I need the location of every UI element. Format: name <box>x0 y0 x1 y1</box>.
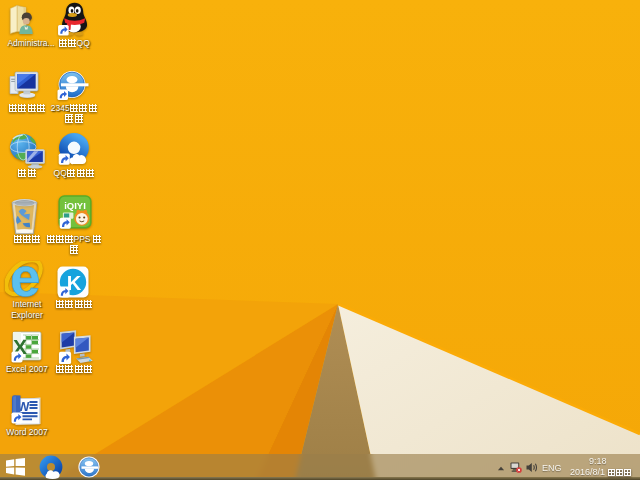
svg-text:iQIYI: iQIYI <box>64 200 86 211</box>
